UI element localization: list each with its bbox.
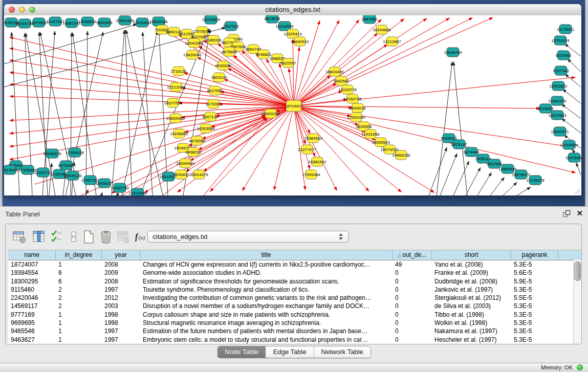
tab-node-table[interactable]: Node Table xyxy=(217,346,266,358)
right-panel-edge[interactable] xyxy=(585,0,588,206)
citation-network-graph[interactable]: 1872400718300295915515120055724160795871… xyxy=(4,15,581,195)
network-node-teal[interactable]: 17359928 xyxy=(66,148,84,157)
citation-edge-black[interactable] xyxy=(429,147,447,195)
network-node-yellow[interactable]: 12160745 xyxy=(343,94,362,103)
window-resize-grip[interactable] xyxy=(572,186,580,194)
left-panel-edge[interactable] xyxy=(0,0,3,206)
citation-edge-red[interactable] xyxy=(294,106,575,147)
network-node-teal[interactable]: 16033809 xyxy=(202,15,220,24)
network-node-teal[interactable]: 7357223 xyxy=(223,21,239,31)
citation-edge-black[interactable] xyxy=(490,178,504,195)
table-row[interactable]: 911546021997Tourette syndrome. Phenomeno… xyxy=(8,286,581,294)
table-row[interactable]: 1872400712008Changes of HCN gene express… xyxy=(8,260,581,269)
new-file-button[interactable] xyxy=(81,230,96,244)
column-header-pagerank[interactable]: pagerank xyxy=(511,250,558,260)
citation-edge-black[interactable] xyxy=(125,30,132,195)
network-node-teal[interactable]: 9329966 xyxy=(555,51,572,60)
citation-edge-black[interactable] xyxy=(568,59,581,72)
network-node-yellow[interactable]: 8678354 xyxy=(189,136,205,145)
table-row[interactable]: 1456911722003Disruption of a novel membe… xyxy=(8,302,581,310)
row-height-button[interactable] xyxy=(67,230,81,244)
network-node-yellow[interactable]: 2803144 xyxy=(211,73,227,82)
citation-edge-black[interactable] xyxy=(565,74,581,87)
delete-button[interactable] xyxy=(99,230,113,244)
table-row[interactable]: 969969511998Structural magnetic resonanc… xyxy=(8,319,581,327)
column-header-name[interactable]: name xyxy=(8,250,56,260)
network-node-teal[interactable]: 17016504 xyxy=(560,140,578,149)
network-node-yellow[interactable]: 19654985 xyxy=(166,114,185,123)
import-table-button[interactable] xyxy=(116,230,130,244)
network-node-teal[interactable]: 15056606 xyxy=(78,17,97,26)
citation-edge-red[interactable] xyxy=(293,39,294,106)
network-node-teal[interactable]: 12923448 xyxy=(128,188,147,195)
table-options-button[interactable] xyxy=(12,230,27,244)
network-node-teal[interactable]: 12610651 xyxy=(133,18,151,27)
column-header-year[interactable]: year xyxy=(102,250,140,260)
function-builder-button[interactable]: f(x) xyxy=(134,230,148,244)
citation-edge-black[interactable] xyxy=(517,187,531,195)
network-node-yellow[interactable]: 17554300 xyxy=(347,113,365,122)
network-node-teal[interactable]: 11675300 xyxy=(565,153,582,162)
citation-edge-black[interactable] xyxy=(159,31,168,195)
table-row[interactable]: 1938455462009Genome-wide association stu… xyxy=(8,269,581,277)
network-node-yellow[interactable]: 12213366 xyxy=(167,82,185,92)
citation-edge-red[interactable] xyxy=(210,106,294,191)
column-header-out_de[interactable]: △out_de... xyxy=(393,250,432,260)
table-row[interactable]: 946554611997Estimation of the future num… xyxy=(8,327,581,335)
close-icon[interactable]: ✕ xyxy=(576,209,583,218)
network-node-teal[interactable]: 11007547 xyxy=(47,17,65,26)
table-row[interactable]: 977716911998Corpus callosum shape and si… xyxy=(8,311,581,319)
network-node-teal[interactable]: 15751074 xyxy=(551,36,570,45)
scrollbar-thumb[interactable] xyxy=(574,261,581,281)
network-node-yellow[interactable]: 12213967 xyxy=(383,37,401,46)
citation-edge-black[interactable] xyxy=(437,62,452,195)
citation-edge-black[interactable] xyxy=(4,24,137,64)
network-node-teal[interactable]: 8813034 xyxy=(264,15,280,23)
citation-edge-black[interactable] xyxy=(453,62,467,195)
network-node-teal[interactable]: 12444150 xyxy=(548,96,567,105)
network-node-teal[interactable]: 9600905 xyxy=(96,18,113,27)
network-node-teal[interactable]: 16648784 xyxy=(444,48,462,57)
table-row[interactable]: 1830029562008Estimation of significance … xyxy=(8,277,581,286)
network-node-hub[interactable]: 18724007 xyxy=(285,100,303,112)
citation-edge-black[interactable] xyxy=(101,192,102,195)
citation-edge-black[interactable] xyxy=(440,154,457,195)
float-window-icon[interactable] xyxy=(562,210,571,218)
show-columns-button[interactable] xyxy=(32,230,46,244)
citation-edge-red[interactable] xyxy=(294,17,493,106)
network-node-yellow[interactable]: 8186328 xyxy=(205,35,222,45)
window-titlebar[interactable]: citations_edges.txt xyxy=(4,4,581,16)
network-node-teal[interactable]: 15692971 xyxy=(551,127,569,136)
column-header-short[interactable]: short xyxy=(432,250,511,260)
tab-edge-table[interactable]: Edge Table xyxy=(266,346,314,358)
citation-edge-red[interactable] xyxy=(243,106,294,191)
network-node-yellow[interactable]: 9498222 xyxy=(185,147,202,157)
network-node-teal[interactable]: 12093822 xyxy=(549,81,568,91)
citation-edge-black[interactable] xyxy=(143,32,153,195)
network-node-yellow[interactable]: 19384554 xyxy=(304,134,322,143)
citation-edge-black[interactable] xyxy=(503,183,517,195)
network-node-teal[interactable]: 15699186 xyxy=(149,17,168,26)
network-node-teal[interactable]: 9375487 xyxy=(58,161,74,170)
network-node-yellow[interactable]: 8944018 xyxy=(350,103,366,113)
network-node-teal[interactable]: 11176011 xyxy=(557,25,574,34)
network-node-yellow[interactable]: 14353594 xyxy=(197,124,215,133)
network-node-yellow[interactable]: 16154808 xyxy=(373,25,391,34)
tab-network-table[interactable]: Network Table xyxy=(314,346,371,358)
table-scrollbar[interactable] xyxy=(573,260,581,344)
citation-edge-red[interactable] xyxy=(294,106,575,172)
network-node-yellow[interactable]: 6822057 xyxy=(280,58,296,68)
table-row[interactable]: 2242004622012Investigating the contribut… xyxy=(8,294,581,302)
citation-edge-red[interactable] xyxy=(294,18,427,106)
select-columns-button[interactable] xyxy=(50,230,64,244)
network-node-teal[interactable]: 2987682 xyxy=(361,15,378,24)
network-node-yellow[interactable]: 1170069 xyxy=(206,99,222,108)
network-canvas[interactable]: 1872400718300295915515120055724160795871… xyxy=(4,15,581,195)
network-node-teal[interactable]: 9227343 xyxy=(553,66,569,75)
citation-edge-black[interactable] xyxy=(576,163,581,175)
citation-edge-red[interactable] xyxy=(10,106,294,120)
citation-edge-red[interactable] xyxy=(228,68,294,106)
column-header-title[interactable]: title xyxy=(140,250,393,260)
network-node-yellow[interactable]: 8427552 xyxy=(207,86,223,95)
citation-edge-black[interactable] xyxy=(477,172,491,195)
